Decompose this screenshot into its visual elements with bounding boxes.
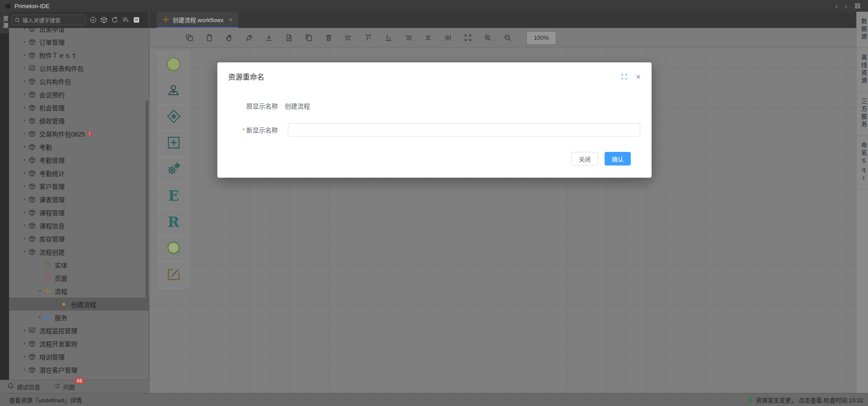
align-center-button[interactable]: [424, 34, 432, 42]
right-tab-3[interactable]: 命名Sql: [857, 136, 868, 190]
caret-down-icon[interactable]: [21, 250, 28, 254]
zoom-out-button[interactable]: [504, 34, 511, 42]
align-bottom-button[interactable]: [385, 34, 392, 42]
tree-item[interactable]: 会议预约: [9, 88, 149, 101]
tree-item[interactable]: 订单管理: [9, 35, 149, 48]
palette-user-task[interactable]: [158, 78, 189, 104]
caret-right-icon[interactable]: [21, 354, 28, 359]
tree-item[interactable]: 流程创建: [9, 245, 149, 258]
caret-right-icon[interactable]: [21, 132, 28, 136]
hand-button[interactable]: [225, 34, 233, 42]
tree-item[interactable]: 考勤统计: [9, 166, 149, 179]
caret-right-icon[interactable]: [21, 223, 28, 227]
palette-task[interactable]: [158, 131, 189, 157]
caret-right-icon[interactable]: [21, 341, 28, 345]
tree-item[interactable]: 公共构件包: [9, 75, 149, 88]
new-name-input[interactable]: [288, 123, 640, 137]
right-tab-0[interactable]: 数据源: [857, 12, 868, 48]
tree-item[interactable]: 培训管理: [9, 350, 149, 363]
tree-item[interactable]: 课表管理: [9, 193, 149, 206]
palette-entity-r[interactable]: R: [158, 209, 189, 236]
tree-item[interactable]: 潜在客户管理: [9, 363, 149, 376]
tree-item[interactable]: 出差申请: [9, 28, 149, 35]
fit-screen-button[interactable]: [464, 34, 472, 42]
zoom-in-button[interactable]: [484, 34, 492, 42]
caret-right-icon[interactable]: [21, 197, 28, 201]
refresh-icon[interactable]: [111, 16, 118, 24]
caret-right-icon[interactable]: [21, 28, 28, 31]
tree-item[interactable]: 流程监控管理: [9, 324, 149, 337]
tab-workflow-editor[interactable]: 创建流程.workflowx ×: [157, 12, 238, 28]
bottom-tab-problems[interactable]: 问题66: [54, 382, 75, 391]
copy-document-button[interactable]: [305, 34, 313, 42]
nav-forward-button[interactable]: ›: [845, 3, 847, 9]
right-tab-2[interactable]: 三方服务: [857, 92, 868, 136]
align-left-button[interactable]: [345, 34, 352, 42]
tree-item[interactable]: 交易构件包0825: [9, 127, 149, 140]
dialog-close-icon[interactable]: ×: [636, 72, 641, 81]
tree-item[interactable]: 实体: [9, 258, 149, 271]
palette-start-event[interactable]: [158, 52, 189, 78]
caret-right-icon[interactable]: [36, 315, 43, 319]
tree-item[interactable]: 客户管理: [9, 179, 149, 193]
tree-item[interactable]: 机会管理: [9, 101, 149, 114]
caret-right-icon[interactable]: [21, 66, 28, 70]
tree-item[interactable]: 公共报表构件包: [9, 61, 149, 75]
tree-scrollbar[interactable]: [145, 100, 148, 304]
resources-strip-tab[interactable]: 资源: [0, 12, 9, 33]
palette-gateway[interactable]: [158, 104, 189, 131]
fullscreen-icon[interactable]: [621, 73, 628, 80]
tree-item[interactable]: 库存管理: [9, 232, 149, 245]
palette-service-task[interactable]: [158, 157, 189, 183]
tree-item[interactable]: 附件Ｔｅｓｔ: [9, 48, 149, 61]
close-button[interactable]: 关闭: [571, 152, 598, 165]
tree-item[interactable]: 流程: [9, 284, 149, 297]
tree-item[interactable]: 流程开发案例: [9, 337, 149, 350]
caret-right-icon[interactable]: [21, 105, 28, 109]
tab-close-icon[interactable]: ×: [229, 16, 233, 23]
outline-icon[interactable]: [122, 16, 129, 24]
caret-right-icon[interactable]: [21, 79, 28, 83]
caret-right-icon[interactable]: [21, 184, 28, 188]
tree-item[interactable]: 创建流程: [9, 297, 149, 311]
caret-right-icon[interactable]: [21, 40, 28, 44]
bottom-tab-debug-info[interactable]: 调试信息: [7, 382, 40, 391]
copy-button[interactable]: [186, 34, 193, 42]
caret-right-icon[interactable]: [21, 53, 28, 57]
document-button[interactable]: [285, 34, 293, 42]
caret-right-icon[interactable]: [21, 368, 28, 372]
locate-file-icon[interactable]: [133, 16, 140, 24]
tree-item[interactable]: 课程管理: [9, 206, 149, 219]
tree-item[interactable]: 课程信息: [9, 219, 149, 232]
zoom-level-indicator[interactable]: 100%: [527, 32, 555, 44]
format-brush-button[interactable]: [245, 34, 253, 42]
ai-icon[interactable]: AI: [89, 16, 97, 24]
palette-entity-e[interactable]: E: [158, 183, 189, 209]
nav-back-button[interactable]: ‹: [835, 3, 838, 9]
confirm-button[interactable]: 确认: [605, 152, 631, 165]
caret-right-icon[interactable]: [21, 210, 28, 214]
caret-right-icon[interactable]: [21, 171, 28, 175]
download-button[interactable]: [265, 34, 273, 42]
component-icon[interactable]: [100, 16, 108, 24]
caret-right-icon[interactable]: [21, 92, 28, 96]
paste-button[interactable]: [206, 34, 213, 42]
status-right-text[interactable]: 资源发生变更， 点击查看,检查时间:10:32: [756, 396, 863, 404]
tree-item[interactable]: 考勤管理: [9, 153, 149, 166]
caret-right-icon[interactable]: [21, 118, 28, 123]
caret-right-icon[interactable]: [21, 145, 28, 149]
delete-button[interactable]: [325, 34, 333, 42]
save-icon[interactable]: [854, 3, 861, 9]
caret-right-icon[interactable]: [21, 328, 28, 332]
caret-down-icon[interactable]: [36, 289, 43, 293]
distribute-vertical-button[interactable]: [444, 34, 452, 42]
search-input[interactable]: 输入关键字搜索: [11, 14, 86, 25]
tree-item[interactable]: 页面: [9, 271, 149, 284]
palette-end-event[interactable]: [158, 236, 189, 262]
palette-edit-node[interactable]: [158, 262, 189, 288]
caret-right-icon[interactable]: [21, 236, 28, 241]
tree-item[interactable]: 服务: [9, 311, 149, 324]
align-top-button[interactable]: [365, 34, 372, 42]
right-tab-1[interactable]: 离线资源: [857, 48, 868, 92]
caret-right-icon[interactable]: [21, 158, 28, 162]
